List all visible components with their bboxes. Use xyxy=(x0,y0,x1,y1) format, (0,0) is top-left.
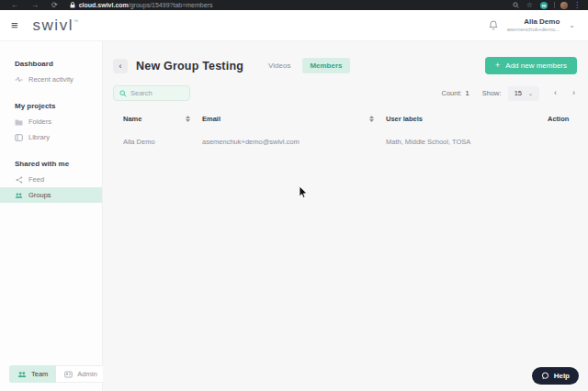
activity-icon xyxy=(15,76,23,83)
column-header-name[interactable]: Name xyxy=(123,115,202,123)
column-label: Email xyxy=(202,115,220,123)
sort-icon[interactable] xyxy=(369,116,374,122)
column-header-action: Action xyxy=(548,115,577,123)
screen: ← → ⟳ cloud.swivl.com/groups/15499?tab=m… xyxy=(0,0,588,391)
sidebar-item-feed[interactable]: Feed xyxy=(0,172,102,187)
cell-action xyxy=(548,123,577,146)
user-name: Alla Demo xyxy=(507,17,560,27)
notifications-bell-icon[interactable] xyxy=(489,20,498,30)
url-bar[interactable]: cloud.swivl.com/groups/15499?tab=members xyxy=(79,2,213,8)
count-value: 1 xyxy=(466,89,469,97)
browser-search-icon[interactable] xyxy=(513,2,519,8)
trademark-symbol: ™ xyxy=(74,18,78,24)
browser-reload-icon[interactable]: ⟳ xyxy=(51,0,58,10)
column-label: Name xyxy=(123,115,141,123)
sidebar-item-shared-with-me[interactable]: Shared with me xyxy=(0,156,102,172)
sidebar-label: Groups xyxy=(28,191,51,199)
browser-forward-icon[interactable]: → xyxy=(31,0,39,10)
people-icon xyxy=(15,192,23,199)
list-controls: Count: 1 Show: 15 ⌄ ‹ › xyxy=(441,86,577,101)
app-header: ≡ swivl™ Alla Demo asemenchuk+demo... ⌄ xyxy=(0,10,588,41)
folder-icon xyxy=(15,118,23,126)
library-icon xyxy=(15,134,23,141)
team-button[interactable]: Team xyxy=(9,365,56,383)
title-row: ‹ New Group Testing Videos Members + Add… xyxy=(113,57,577,74)
plus-icon: + xyxy=(495,61,500,70)
members-table: Name Email User labe xyxy=(113,115,577,146)
lock-icon xyxy=(70,2,75,8)
logo-text: swivl xyxy=(33,17,74,35)
sidebar-item-dashboard[interactable]: Dashboard xyxy=(0,56,102,72)
column-header-user-labels: User labels xyxy=(386,115,548,123)
chevron-down-icon: ⌄ xyxy=(528,90,533,96)
sort-icon[interactable] xyxy=(186,116,190,122)
chat-bubble-icon xyxy=(541,372,549,380)
sidebar-label: Dashboard xyxy=(15,60,53,68)
page-size-value: 15 xyxy=(514,89,522,97)
tab-videos[interactable]: Videos xyxy=(261,58,298,73)
cell-user-labels: Math, Middle School, TOSA xyxy=(386,123,548,146)
sidebar-item-recent-activity[interactable]: Recent activity xyxy=(0,72,102,87)
url-domain: cloud.swivl.com xyxy=(79,2,129,8)
table-row[interactable]: Alla Demo asemenchuk+demo@swivl.com Math… xyxy=(123,123,577,146)
url-path: /groups/15499?tab=members xyxy=(129,2,213,8)
user-menu[interactable]: Alla Demo asemenchuk+demo... xyxy=(507,17,560,34)
column-label: User labels xyxy=(386,115,423,123)
add-button-label: Add new members xyxy=(505,61,567,70)
sidebar-label: Feed xyxy=(28,175,44,184)
search-input[interactable] xyxy=(130,89,184,97)
main-content: ‹ New Group Testing Videos Members + Add… xyxy=(103,41,588,391)
pagination: ‹ › xyxy=(554,89,575,97)
user-email: asemenchuk+demo... xyxy=(507,27,560,34)
extension-badge-icon[interactable]: m xyxy=(540,2,548,9)
admin-label: Admin xyxy=(77,370,96,378)
sidebar-label: Folders xyxy=(28,117,51,126)
swivl-logo: swivl™ xyxy=(33,17,78,35)
next-page-button[interactable]: › xyxy=(572,89,575,97)
tab-members[interactable]: Members xyxy=(302,58,349,73)
team-people-icon xyxy=(17,371,27,378)
help-button[interactable]: Help xyxy=(532,367,579,385)
cell-name: Alla Demo xyxy=(123,123,202,146)
sidebar-label: My projects xyxy=(15,102,55,110)
chevron-left-icon: ‹ xyxy=(119,61,122,71)
sidebar-item-folders[interactable]: Folders xyxy=(0,114,102,129)
sidebar-label: Recent activity xyxy=(28,75,74,84)
sidebar-item-library[interactable]: Library xyxy=(0,129,102,145)
hamburger-menu-icon[interactable]: ≡ xyxy=(11,19,18,31)
count-label: Count: xyxy=(441,89,461,97)
previous-page-button[interactable]: ‹ xyxy=(554,89,557,97)
team-label: Team xyxy=(31,370,48,378)
tabs: Videos Members xyxy=(261,58,349,73)
sidebar-label: Library xyxy=(28,133,50,141)
browser-back-icon[interactable]: ← xyxy=(11,0,18,10)
column-header-email[interactable]: Email xyxy=(202,115,386,123)
column-label: Action xyxy=(548,115,569,123)
sidebar-label: Shared with me xyxy=(15,160,69,168)
bookmark-star-icon[interactable]: ☆ xyxy=(526,0,533,10)
search-box[interactable] xyxy=(113,85,190,101)
table-header-row: Name Email User labe xyxy=(123,115,577,123)
sidebar: Dashboard Recent activity My projects Fo… xyxy=(0,41,103,391)
back-button[interactable]: ‹ xyxy=(113,59,128,73)
sidebar-item-my-projects[interactable]: My projects xyxy=(0,98,102,114)
show-label: Show: xyxy=(482,89,502,97)
controls-row: Count: 1 Show: 15 ⌄ ‹ › xyxy=(113,85,577,101)
admin-button[interactable]: Admin xyxy=(56,365,106,383)
user-menu-chevron-icon[interactable]: ⌄ xyxy=(569,21,575,29)
sidebar-item-groups[interactable]: Groups xyxy=(0,187,102,203)
help-label: Help xyxy=(554,372,570,380)
admin-card-icon xyxy=(64,371,73,378)
page-size-select[interactable]: 15 ⌄ xyxy=(508,86,539,101)
add-new-members-button[interactable]: + Add new members xyxy=(485,57,577,74)
browser-bar: ← → ⟳ cloud.swivl.com/groups/15499?tab=m… xyxy=(0,0,588,10)
share-icon xyxy=(15,176,23,184)
sidebar-footer: Team Admin xyxy=(9,365,107,383)
cell-email: asemenchuk+demo@swivl.com xyxy=(202,123,386,146)
browser-menu-icon[interactable]: ⋮ xyxy=(573,0,581,10)
page-title: New Group Testing xyxy=(136,60,243,73)
browser-profile-avatar[interactable] xyxy=(560,2,568,9)
search-icon xyxy=(119,90,127,97)
divider xyxy=(554,2,555,8)
